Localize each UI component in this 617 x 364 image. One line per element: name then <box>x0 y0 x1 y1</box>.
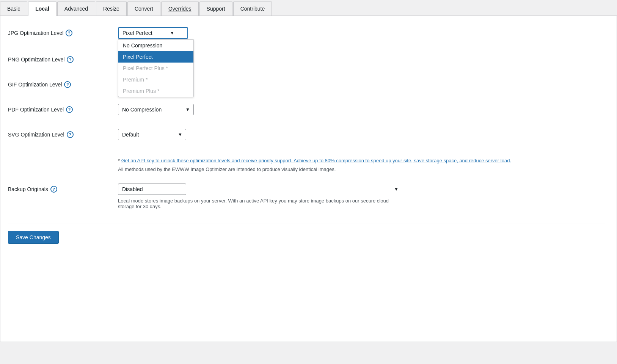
jpg-chevron-down-icon: ▼ <box>170 30 174 36</box>
gif-label: GIF Optimization Level ? <box>8 79 118 88</box>
jpg-label: JPG Optimization Level ? <box>8 27 118 36</box>
backup-label: Backup Originals ? <box>8 184 118 193</box>
svg-label-text: SVG Optimization Level <box>8 132 64 138</box>
svg-select[interactable]: Default <box>118 129 186 140</box>
pdf-select-wrapper: No Compression ▼ <box>118 104 194 115</box>
tab-overrides[interactable]: Overrides <box>161 2 199 16</box>
svg-optimization-row: SVG Optimization Level ? Default ▼ <box>8 129 605 140</box>
png-label-text: PNG Optimization Level <box>8 56 64 63</box>
jpg-help-icon[interactable]: ? <box>66 30 72 36</box>
tab-advanced[interactable]: Advanced <box>57 2 95 16</box>
gif-optimization-row: GIF Optimization Level ? Pixel Perfect ▼ <box>8 79 605 90</box>
tab-basic[interactable]: Basic <box>0 2 27 16</box>
backup-select-wrapper: Disabled ▼ <box>118 184 402 195</box>
jpg-option-pixel-perfect[interactable]: Pixel Perfect <box>118 51 193 63</box>
gif-label-text: GIF Optimization Level <box>8 82 62 88</box>
png-optimization-row: PNG Optimization Level ? Pixel Perfect ▼ <box>8 54 605 65</box>
page-wrapper: Basic Local Advanced Resize Convert Over… <box>0 0 617 364</box>
pdf-label-text: PDF Optimization Level <box>8 107 64 113</box>
backup-chevron-down-icon: ▼ <box>394 187 399 192</box>
save-button[interactable]: Save Changes <box>8 231 59 244</box>
main-content: JPG Optimization Level ? Pixel Perfect ▼… <box>0 16 617 342</box>
jpg-select[interactable]: Pixel Perfect ▼ <box>118 27 188 39</box>
backup-help-icon[interactable]: ? <box>50 186 57 193</box>
backup-originals-row: Backup Originals ? Disabled ▼ Local mode… <box>8 184 605 209</box>
png-help-icon[interactable]: ? <box>67 56 74 63</box>
api-note-row: * Get an API key to unlock these optimiz… <box>118 154 605 172</box>
api-methods-note: All methods used by the EWWW Image Optim… <box>118 166 336 172</box>
jpg-option-pixel-perfect-plus[interactable]: Pixel Perfect Plus * <box>118 63 193 74</box>
pdf-optimization-row: PDF Optimization Level ? No Compression … <box>8 104 605 115</box>
jpg-option-premium-plus[interactable]: Premium Plus * <box>118 85 193 97</box>
api-note-prefix: * <box>118 158 121 163</box>
api-note: * Get an API key to unlock these optimiz… <box>118 158 511 163</box>
pdf-select[interactable]: No Compression <box>118 104 194 115</box>
backup-control-area: Disabled ▼ Local mode stores image backu… <box>118 184 402 209</box>
tab-contribute[interactable]: Contribute <box>233 2 272 16</box>
save-row: Save Changes <box>8 223 605 244</box>
backup-description: Local mode stores image backups on your … <box>118 198 402 209</box>
jpg-selected-value: Pixel Perfect <box>122 30 167 36</box>
tab-local[interactable]: Local <box>28 2 57 16</box>
pdf-help-icon[interactable]: ? <box>66 106 73 113</box>
pdf-label: PDF Optimization Level ? <box>8 104 118 113</box>
jpg-option-no-compression[interactable]: No Compression <box>118 40 193 51</box>
api-note-link[interactable]: Get an API key to unlock these optimizat… <box>121 158 511 163</box>
gif-help-icon[interactable]: ? <box>64 81 71 88</box>
svg-select-wrapper: Default ▼ <box>118 129 186 140</box>
tab-bar: Basic Local Advanced Resize Convert Over… <box>0 0 617 16</box>
png-label: PNG Optimization Level ? <box>8 54 118 63</box>
tab-convert[interactable]: Convert <box>127 2 160 16</box>
jpg-label-text: JPG Optimization Level <box>8 30 63 36</box>
tab-resize[interactable]: Resize <box>96 2 127 16</box>
jpg-optimization-row: JPG Optimization Level ? Pixel Perfect ▼… <box>8 27 605 39</box>
jpg-dropdown-list: No Compression Pixel Perfect Pixel Perfe… <box>118 39 194 97</box>
svg-help-icon[interactable]: ? <box>67 131 74 138</box>
backup-select[interactable]: Disabled <box>118 184 186 195</box>
jpg-option-premium[interactable]: Premium * <box>118 74 193 85</box>
svg-label: SVG Optimization Level ? <box>8 129 118 138</box>
backup-label-text: Backup Originals <box>8 186 48 192</box>
tab-support[interactable]: Support <box>199 2 232 16</box>
